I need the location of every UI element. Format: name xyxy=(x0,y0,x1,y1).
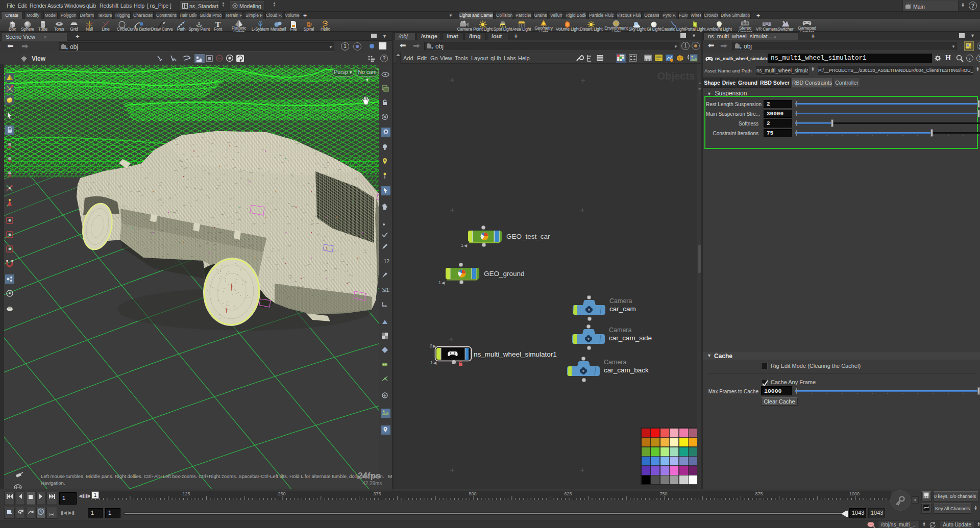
svg-text:.12: .12 xyxy=(382,259,389,264)
svg-text:GEO_test_car: GEO_test_car xyxy=(506,233,550,240)
svg-text:2: 2 xyxy=(430,343,432,348)
svg-text:◀: ◀ xyxy=(442,281,445,285)
svg-text:250: 250 xyxy=(278,491,285,496)
svg-text:ns_multi_wheel_simulator1: ns_multi_wheel_simulator1 xyxy=(474,350,557,358)
svg-text:car_cam: car_cam xyxy=(609,305,636,313)
svg-text:875: 875 xyxy=(755,491,763,496)
svg-text:750: 750 xyxy=(659,491,667,496)
svg-text:1: 1 xyxy=(430,360,433,365)
svg-text:1000: 1000 xyxy=(849,491,860,496)
svg-text:GEO_ground: GEO_ground xyxy=(484,270,525,278)
svg-text:car_cam_side: car_cam_side xyxy=(609,334,652,342)
svg-text:125: 125 xyxy=(182,491,190,496)
svg-text:Camera: Camera xyxy=(604,359,627,366)
svg-text:Camera: Camera xyxy=(609,326,632,334)
svg-text:⇲12: ⇲12 xyxy=(382,287,389,293)
svg-text:◀: ◀ xyxy=(433,361,437,365)
svg-text:Camera: Camera xyxy=(609,297,632,305)
svg-text:Objects: Objects xyxy=(657,70,695,82)
svg-text:1: 1 xyxy=(461,243,463,248)
svg-text:▶: ▶ xyxy=(433,344,436,348)
svg-text:1: 1 xyxy=(438,280,441,285)
svg-text:◀: ◀ xyxy=(464,243,468,248)
svg-text:car_cam_back: car_cam_back xyxy=(604,366,649,374)
svg-text:625: 625 xyxy=(564,491,572,496)
svg-text:500: 500 xyxy=(469,491,476,496)
svg-text:375: 375 xyxy=(373,491,381,496)
